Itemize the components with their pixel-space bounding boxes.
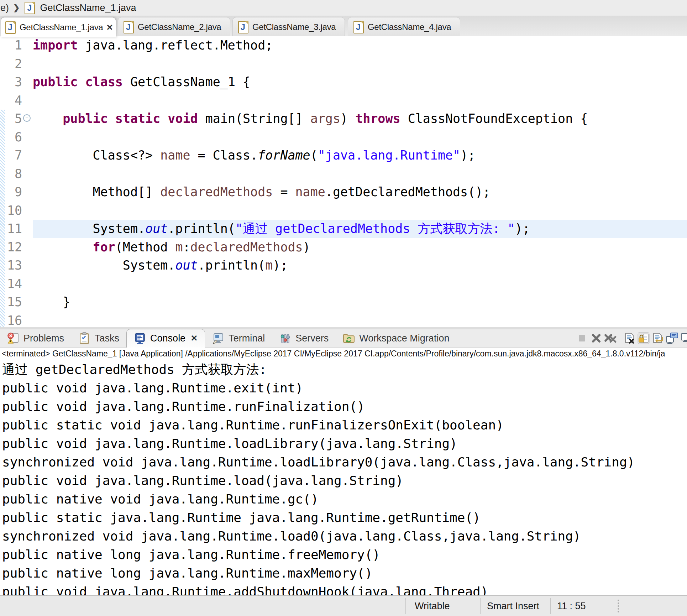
code-line-6[interactable]: 6: [0, 128, 687, 147]
fold-gutter: [22, 92, 33, 110]
code-line-10[interactable]: 10: [0, 202, 687, 220]
tab-servers[interactable]: Servers: [272, 329, 336, 347]
line-number: 2: [0, 55, 22, 73]
console-output-line: public static void java.lang.Runtime.run…: [0, 416, 687, 434]
code-line-12[interactable]: 12 for(Method m:declaredMethods): [0, 238, 687, 257]
tab-workspace-migration[interactable]: Workspace Migration: [336, 329, 456, 347]
code-line-1[interactable]: 1import java.lang.reflect.Method;: [0, 36, 687, 55]
code-text[interactable]: Method[] declaredMethods = name.getDecla…: [33, 183, 687, 202]
java-file-icon: [5, 21, 16, 34]
console-output-line: synchronized void java.lang.Runtime.load…: [0, 453, 687, 471]
code-text[interactable]: Class<?> name = Class.forName("java.lang…: [33, 146, 687, 165]
tab-problems[interactable]: Problems: [0, 329, 71, 347]
console-output-line: public static java.lang.Runtime java.lan…: [0, 508, 687, 527]
code-line-4[interactable]: 4: [0, 92, 687, 110]
code-line-3[interactable]: 3public class GetClassName_1 {: [0, 73, 687, 92]
code-text[interactable]: System.out.println(m);: [33, 256, 687, 275]
code-lines: 1import java.lang.reflect.Method;23publi…: [0, 36, 687, 327]
code-line-13[interactable]: 13 System.out.println(m);: [0, 256, 687, 275]
line-number: 4: [0, 92, 22, 110]
tasks-icon: [78, 332, 90, 344]
code-line-8[interactable]: 8: [0, 165, 687, 183]
editor-tab-1[interactable]: GetClassName_1.java ✕: [1, 17, 116, 37]
code-text[interactable]: [33, 312, 687, 327]
breadcrumb-file[interactable]: GetClassName_1.java: [40, 2, 136, 14]
close-tab-icon[interactable]: ✕: [106, 23, 113, 32]
fold-gutter: [22, 202, 33, 220]
breadcrumb: e) ❯ GetClassName_1.java: [0, 0, 687, 16]
problems-icon: [7, 332, 19, 344]
code-text[interactable]: import java.lang.reflect.Method;: [33, 36, 687, 55]
editor-tab-2[interactable]: GetClassName_2.java: [118, 17, 230, 37]
console-icon: [134, 332, 146, 344]
tab-terminal[interactable]: Terminal: [205, 329, 272, 347]
code-text[interactable]: [33, 128, 687, 147]
console-tab-label: Problems: [23, 333, 64, 344]
fold-gutter: [22, 220, 33, 238]
pin-console-button[interactable]: [665, 331, 679, 345]
terminal-icon: [212, 332, 224, 344]
code-text[interactable]: [33, 275, 687, 293]
line-number: 1: [0, 36, 22, 55]
chevron-right-icon: ❯: [13, 3, 20, 12]
fold-gutter: [22, 36, 33, 55]
editor-tab-4[interactable]: GetClassName_4.java: [348, 17, 460, 37]
editor-tab-3[interactable]: GetClassName_3.java: [232, 17, 345, 37]
console-output[interactable]: 通过 getDeclaredMethods 方式获取方法: public voi…: [0, 360, 687, 596]
code-text[interactable]: [33, 165, 687, 183]
code-line-5[interactable]: 5− public static void main(String[] args…: [0, 110, 687, 128]
console-output-line: public void java.lang.Runtime.loadLibrar…: [0, 434, 687, 453]
console-output-line: public native long java.lang.Runtime.max…: [0, 564, 687, 583]
code-text[interactable]: public class GetClassName_1 {: [33, 73, 687, 92]
code-text[interactable]: [33, 55, 687, 73]
code-text[interactable]: public static void main(String[] args) t…: [33, 110, 687, 128]
fold-gutter: [22, 238, 33, 257]
statusbar-divider: [550, 598, 551, 614]
console-output-line: public void java.lang.Runtime.addShutdow…: [0, 583, 687, 596]
close-console-tab-icon[interactable]: ✕: [190, 333, 198, 343]
servers-icon: [279, 332, 291, 344]
editor-tab-label: GetClassName_3.java: [252, 22, 336, 32]
clear-console-button[interactable]: [622, 331, 636, 345]
code-text[interactable]: }: [33, 293, 687, 312]
statusbar-caret-position[interactable]: 11 : 55: [557, 596, 586, 616]
tab-tasks[interactable]: Tasks: [71, 329, 126, 347]
statusbar-writable: Writable: [415, 596, 450, 616]
code-line-2[interactable]: 2: [0, 55, 687, 73]
console-output-line: public void java.lang.Runtime.runFinaliz…: [0, 397, 687, 416]
code-line-7[interactable]: 7 Class<?> name = Class.forName("java.la…: [0, 146, 687, 165]
code-line-11[interactable]: 11 System.out.println("通过 getDeclaredMet…: [0, 220, 687, 238]
code-text[interactable]: [33, 92, 687, 110]
fold-gutter: [22, 128, 33, 147]
fold-gutter: [22, 183, 33, 202]
console-output-line: public native void java.lang.Runtime.gc(…: [0, 490, 687, 508]
tab-console[interactable]: Console ✕: [126, 329, 205, 348]
fold-gutter: −: [22, 110, 33, 128]
statusbar-drag-handle[interactable]: [618, 600, 619, 612]
scroll-lock-button[interactable]: [636, 331, 651, 345]
console-tab-label: Terminal: [229, 333, 265, 344]
word-wrap-button[interactable]: [651, 331, 665, 345]
code-line-14[interactable]: 14: [0, 275, 687, 293]
line-number: 3: [0, 73, 22, 92]
code-line-9[interactable]: 9 Method[] declaredMethods = name.getDec…: [0, 183, 687, 202]
remove-launch-button[interactable]: [589, 331, 603, 345]
code-line-15[interactable]: 15 }: [0, 293, 687, 312]
terminate-button[interactable]: [575, 331, 589, 345]
code-editor[interactable]: 1import java.lang.reflect.Method;23publi…: [0, 36, 687, 327]
code-text[interactable]: for(Method m:declaredMethods): [33, 238, 687, 257]
fold-collapse-icon[interactable]: −: [23, 114, 31, 122]
java-file-icon: [238, 21, 248, 33]
fold-gutter: [22, 275, 33, 293]
editor-tab-label: GetClassName_2.java: [138, 22, 221, 32]
ide-window: e) ❯ GetClassName_1.java GetClassName_1.…: [0, 0, 687, 616]
breadcrumb-partial[interactable]: e): [0, 2, 9, 14]
statusbar-insert-mode: Smart Insert: [487, 596, 539, 616]
code-text[interactable]: [33, 202, 687, 220]
display-selected-console-button[interactable]: [679, 331, 687, 345]
remove-all-launches-button[interactable]: [603, 331, 618, 345]
code-text[interactable]: System.out.println("通过 getDeclaredMethod…: [33, 220, 687, 238]
console-toolbar: [575, 329, 687, 347]
range-indicator-strip: [0, 110, 5, 327]
code-line-16[interactable]: 16: [0, 312, 687, 327]
